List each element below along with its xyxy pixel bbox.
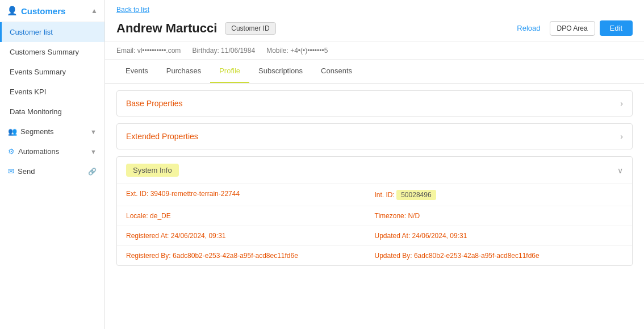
timezone-cell: Timezone: N/D — [375, 212, 624, 220]
extended-properties-title: Extended Properties — [126, 132, 198, 141]
customer-email: Email: vl••••••••••.com — [116, 47, 181, 55]
tab-events[interactable]: Events — [116, 60, 157, 83]
updated-at-cell: Updated At: 24/06/2024, 09:31 — [375, 232, 624, 240]
updated-by-cell: Updated By: 6adc80b2-e253-42a8-a95f-acd8… — [375, 252, 624, 260]
int-id-value: 50028496 — [396, 190, 436, 200]
registered-by-value: 6adc80b2-e253-42a8-a95f-acd8ec11fd6e — [173, 252, 298, 260]
registered-at-cell: Registered At: 24/06/2024, 09:31 — [126, 232, 375, 240]
customer-name: Andrew Martucci — [116, 21, 217, 36]
system-info-body: Ext. ID: 39409-remettre-terrain-22744 In… — [117, 184, 632, 265]
timezone-label: Timezone: — [375, 212, 408, 220]
system-info-panel: System Info ∨ Ext. ID: 39409-remettre-te… — [116, 156, 633, 266]
timezone-value: N/D — [408, 212, 420, 220]
tab-purchases[interactable]: Purchases — [157, 60, 210, 83]
ext-id-value: 39409-remettre-terrain-22744 — [150, 190, 240, 198]
updated-by-value: 6adc80b2-e253-42a8-a95f-acd8ec11fd6e — [414, 252, 540, 260]
base-properties-header[interactable]: Base Properties › — [117, 91, 632, 116]
extended-properties-panel: Extended Properties › — [116, 123, 633, 149]
ext-int-id-row: Ext. ID: 39409-remettre-terrain-22744 In… — [117, 184, 632, 206]
customer-info-bar: Email: vl••••••••••.com Birthday: 11/06/… — [105, 42, 644, 60]
updated-by-label: Updated By: — [375, 252, 414, 260]
sidebar-item-events-kpi[interactable]: Events KPI — [0, 82, 104, 102]
tab-content: Base Properties › Extended Properties › … — [105, 84, 644, 329]
customer-mobile: Mobile: +4•(•)•••••••5 — [266, 47, 328, 55]
header-actions: Reload DPO Area Edit — [512, 20, 633, 36]
system-info-header[interactable]: System Info ∨ — [117, 157, 632, 184]
extended-properties-chevron-icon: › — [620, 132, 623, 141]
sidebar-collapse-icon[interactable]: ▲ — [91, 7, 98, 15]
int-id-cell: Int. ID: 50028496 — [375, 190, 624, 200]
sidebar: 👤 Customers ▲ Customer list Customers Su… — [0, 0, 105, 329]
tab-consents[interactable]: Consents — [312, 60, 361, 83]
locale-timezone-row: Locale: de_DE Timezone: N/D — [117, 206, 632, 226]
dpo-area-button[interactable]: DPO Area — [550, 21, 595, 36]
customers-icon: 👤 — [7, 6, 18, 16]
customer-id-button[interactable]: Customer ID — [225, 22, 275, 35]
sidebar-section-segments[interactable]: 👥 Segments ▼ — [0, 122, 104, 141]
segments-chevron-icon: ▼ — [90, 128, 97, 135]
base-properties-chevron-icon: › — [620, 99, 623, 108]
sidebar-title: Customers — [21, 6, 65, 16]
locale-cell: Locale: de_DE — [126, 212, 375, 220]
profile-tabs: Events Purchases Profile Subscriptions C… — [105, 60, 644, 84]
registered-updated-by-row: Registered By: 6adc80b2-e253-42a8-a95f-a… — [117, 245, 632, 265]
tab-profile[interactable]: Profile — [210, 60, 249, 83]
updated-at-value: 24/06/2024, 09:31 — [412, 232, 467, 240]
sidebar-section-send[interactable]: ✉ Send 🔗 — [0, 161, 104, 181]
updated-at-label: Updated At: — [375, 232, 412, 240]
sidebar-item-customer-list[interactable]: Customer list — [0, 22, 104, 42]
sidebar-item-data-monitoring[interactable]: Data Monitoring — [0, 102, 104, 122]
registered-at-value: 24/06/2024, 09:31 — [171, 232, 226, 240]
int-id-label: Int. ID: — [375, 191, 397, 199]
base-properties-title: Base Properties — [126, 99, 183, 108]
back-to-list-link[interactable]: Back to list — [105, 0, 644, 16]
send-icon: ✉ — [8, 167, 14, 176]
registered-by-label: Registered By: — [126, 252, 173, 260]
main-content: Back to list Andrew Martucci Customer ID… — [105, 0, 644, 329]
sidebar-item-customers-summary[interactable]: Customers Summary — [0, 42, 104, 62]
sidebar-section-automations[interactable]: ⚙ Automations ▼ — [0, 141, 104, 161]
automations-icon: ⚙ — [8, 147, 15, 156]
ext-id-label: Ext. ID: — [126, 190, 150, 198]
edit-button[interactable]: Edit — [600, 20, 633, 36]
system-info-badge: System Info — [126, 164, 179, 177]
extended-properties-header[interactable]: Extended Properties › — [117, 124, 632, 149]
customer-header: Andrew Martucci Customer ID Reload DPO A… — [105, 16, 644, 42]
automations-chevron-icon: ▼ — [90, 148, 97, 155]
sidebar-header[interactable]: 👤 Customers ▲ — [0, 0, 104, 22]
tab-subscriptions[interactable]: Subscriptions — [249, 60, 312, 83]
reload-button[interactable]: Reload — [512, 22, 545, 35]
ext-id-cell: Ext. ID: 39409-remettre-terrain-22744 — [126, 190, 375, 200]
segments-icon: 👥 — [8, 127, 17, 136]
registered-at-label: Registered At: — [126, 232, 171, 240]
sidebar-item-events-summary[interactable]: Events Summary — [0, 62, 104, 82]
send-link-icon: 🔗 — [88, 168, 97, 176]
locale-value: de_DE — [150, 212, 171, 220]
customer-birthday: Birthday: 11/06/1984 — [192, 47, 255, 55]
base-properties-panel: Base Properties › — [116, 90, 633, 116]
system-info-chevron-icon: ∨ — [617, 166, 623, 175]
registered-by-cell: Registered By: 6adc80b2-e253-42a8-a95f-a… — [126, 252, 375, 260]
locale-label: Locale: — [126, 212, 150, 220]
registered-updated-at-row: Registered At: 24/06/2024, 09:31 Updated… — [117, 226, 632, 245]
